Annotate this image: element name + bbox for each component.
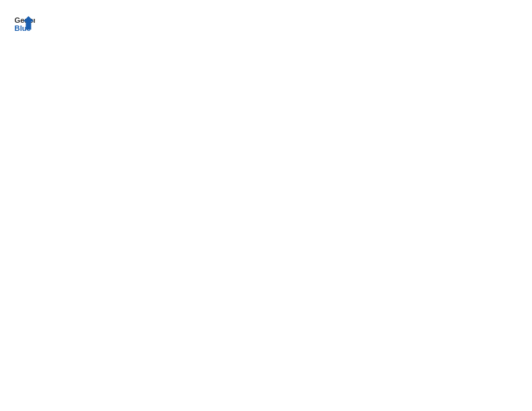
- logo-icon: General Blue: [13, 13, 35, 35]
- page-header: General Blue: [13, 13, 519, 35]
- logo: General Blue: [13, 13, 35, 35]
